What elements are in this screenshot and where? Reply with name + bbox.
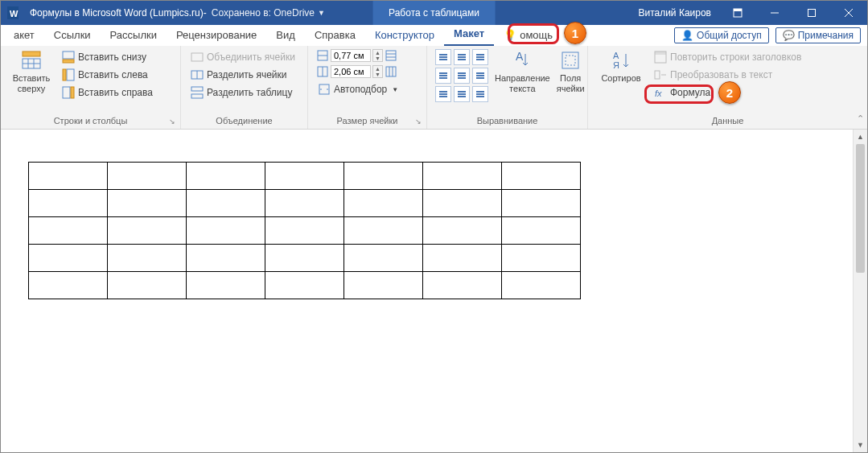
group-label-data: Данные <box>596 114 859 127</box>
row-height-icon <box>316 49 329 62</box>
tell-me-search[interactable]: 💡 омощь <box>494 26 562 46</box>
word-app-icon: W <box>6 3 25 23</box>
collapse-ribbon-icon[interactable]: ⌃ <box>857 113 864 124</box>
insert-above-icon <box>20 49 43 72</box>
contextual-tab-title: Работа с таблицами <box>372 1 496 25</box>
align-top-left[interactable] <box>435 49 451 65</box>
svg-rect-19 <box>191 53 203 61</box>
ribbon-display-options-button[interactable] <box>719 1 756 25</box>
table-row <box>29 190 581 217</box>
tab-view[interactable]: Вид <box>266 26 305 46</box>
svg-text:A: A <box>613 51 619 60</box>
col-width-field[interactable]: ▲▼ <box>316 65 400 78</box>
insert-above-button[interactable]: Вставить сверху <box>9 49 54 93</box>
align-mid-right[interactable] <box>472 68 488 84</box>
scroll-thumb[interactable] <box>856 144 865 273</box>
row-height-input[interactable] <box>331 49 371 62</box>
tab-layout-cut[interactable]: акет <box>4 26 44 46</box>
document-table[interactable] <box>28 162 581 299</box>
convert-text-icon <box>654 68 667 81</box>
text-direction-button[interactable]: A Направление текста <box>495 49 550 93</box>
split-cells-icon <box>191 68 204 81</box>
tab-mailings[interactable]: Рассылки <box>101 26 167 46</box>
tab-table-layout[interactable]: Макет <box>444 24 494 46</box>
tab-review[interactable]: Рецензирование <box>167 26 266 46</box>
user-name[interactable]: Виталий Каиров <box>638 7 711 19</box>
row-height-field[interactable]: ▲▼ <box>316 49 400 62</box>
col-width-input[interactable] <box>331 65 371 78</box>
convert-to-text-button[interactable]: Преобразовать в текст <box>652 67 803 83</box>
title-bar: W Формулы в Microsoft Word (Lumpics.ru) … <box>1 1 867 25</box>
svg-rect-16 <box>63 69 66 80</box>
formula-icon: fx <box>654 86 667 99</box>
split-table-button[interactable]: Разделить таблицу <box>189 84 297 101</box>
comments-button[interactable]: 💬 Примечания <box>775 27 861 43</box>
group-label-cell-size: Размер ячейки↘ <box>316 114 418 127</box>
svg-rect-36 <box>562 52 578 68</box>
callout-badge-2: 2 <box>718 81 741 104</box>
sort-button[interactable]: AЯ Сортиров <box>596 49 646 84</box>
text-direction-icon: A <box>511 49 533 72</box>
svg-rect-37 <box>566 56 575 65</box>
align-bot-center[interactable] <box>454 86 470 102</box>
svg-rect-42 <box>655 71 660 79</box>
tab-references[interactable]: Ссылки <box>44 26 101 46</box>
group-label-merge: Объединение <box>189 114 299 127</box>
align-top-right[interactable] <box>472 49 488 65</box>
align-mid-center[interactable] <box>454 68 470 84</box>
table-row <box>29 245 581 272</box>
insert-left-icon <box>62 68 75 81</box>
autofit-button[interactable]: Автоподбор▼ <box>316 81 400 97</box>
autofit-icon <box>318 83 331 96</box>
document-page[interactable] <box>1 130 853 452</box>
scroll-up-button[interactable]: ▲ <box>854 130 867 144</box>
saved-dropdown-icon[interactable]: ▼ <box>318 9 325 17</box>
maximize-button[interactable] <box>793 1 830 25</box>
dialog-launcher-icon[interactable]: ↘ <box>415 117 422 126</box>
scroll-track[interactable] <box>854 144 867 438</box>
align-mid-left[interactable] <box>435 68 451 84</box>
vertical-scrollbar[interactable]: ▲ ▼ <box>853 130 867 452</box>
distribute-cols-icon[interactable] <box>385 65 397 78</box>
distribute-rows-icon[interactable] <box>385 49 397 62</box>
align-top-center[interactable] <box>454 49 470 65</box>
group-rows-columns: Вставить сверху Вставить снизу Вставить … <box>1 46 181 129</box>
svg-rect-14 <box>63 60 74 63</box>
minimize-button[interactable] <box>756 1 793 25</box>
svg-rect-23 <box>191 94 203 98</box>
scroll-down-button[interactable]: ▼ <box>854 438 867 452</box>
group-cell-size: ▲▼ ▲▼ Автоподбор▼ Размер ячейки↘ <box>308 46 427 129</box>
insert-below-button[interactable]: Вставить снизу <box>60 49 154 65</box>
cell-margins-button[interactable]: Поля ячейки <box>557 49 585 93</box>
align-bot-right[interactable] <box>472 86 488 102</box>
group-alignment: A Направление текста Поля ячейки Выравни… <box>427 46 588 129</box>
width-spinner[interactable]: ▲▼ <box>372 65 383 78</box>
repeat-header-button[interactable]: Повторить строки заголовков <box>652 49 803 65</box>
titlebar-right: Виталий Каиров <box>638 1 867 25</box>
tab-table-design[interactable]: Конструктор <box>365 26 444 46</box>
split-cells-button[interactable]: Разделить ячейки <box>189 67 297 83</box>
svg-text:Я: Я <box>613 60 619 70</box>
lightbulb-icon: 💡 <box>504 29 516 41</box>
insert-below-icon <box>62 51 75 64</box>
comment-icon: 💬 <box>783 30 795 41</box>
merge-cells-icon <box>191 51 204 64</box>
height-spinner[interactable]: ▲▼ <box>372 49 383 62</box>
merge-cells-button[interactable]: Объединить ячейки <box>189 49 297 65</box>
dialog-launcher-icon[interactable]: ↘ <box>169 117 175 126</box>
close-button[interactable] <box>830 1 867 25</box>
insert-right-icon <box>62 86 75 99</box>
tab-help[interactable]: Справка <box>305 26 365 46</box>
alignment-grid <box>435 49 488 102</box>
insert-left-button[interactable]: Вставить слева <box>60 67 154 83</box>
align-bot-left[interactable] <box>435 86 451 102</box>
svg-rect-5 <box>808 10 816 17</box>
svg-text:fx: fx <box>655 89 662 98</box>
table-row <box>29 272 581 299</box>
saved-location[interactable]: Сохранено в: OneDrive <box>212 7 315 19</box>
insert-right-button[interactable]: Вставить справа <box>60 84 154 101</box>
callout-badge-1: 1 <box>564 22 586 44</box>
svg-rect-18 <box>71 87 74 98</box>
sort-icon: AЯ <box>610 49 632 72</box>
share-button[interactable]: 👤 Общий доступ <box>674 27 769 43</box>
